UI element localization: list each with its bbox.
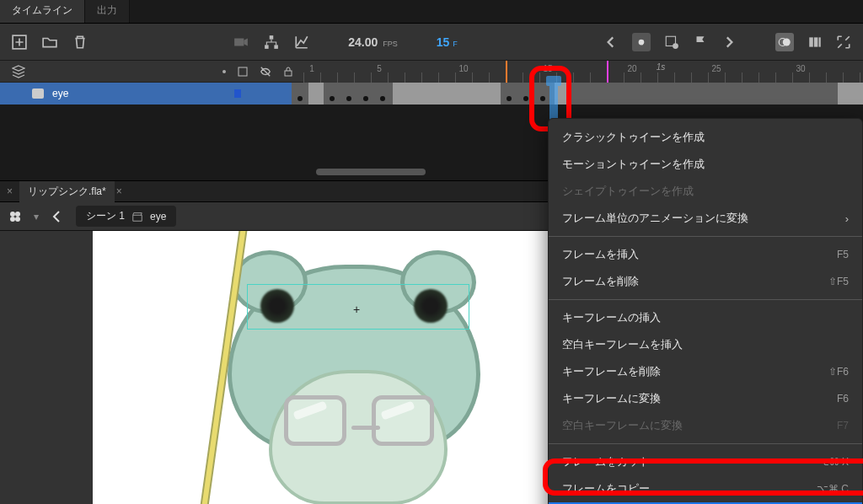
svg-rect-1 [234,38,244,46]
flag-icon[interactable] [693,35,708,50]
svg-rect-2 [270,35,274,40]
tab-timeline[interactable]: タイムライン [0,0,85,23]
chevron-right-icon: › [845,212,849,225]
svg-rect-14 [285,71,292,76]
scene-label: シーン 1 [86,209,125,223]
ruler-tick: 5 [377,64,382,73]
svg-rect-11 [814,37,818,46]
add-layer-icon[interactable] [12,35,27,50]
drawing-frog: + [228,265,480,450]
menu-convert-frame-anim[interactable]: フレーム単位のアニメーションに変換› [549,205,862,232]
onion-skin-icon[interactable] [775,33,794,51]
hierarchy-icon[interactable] [264,35,279,50]
menu-insert-blank-keyframe[interactable]: 空白キーフレームを挿入 [549,331,862,358]
clapper-icon [131,211,143,223]
keyframe-dot[interactable] [297,96,303,101]
fps-display[interactable]: 24.00 FPS [348,35,398,49]
registration-crosshair: + [353,303,360,316]
ruler-tick: 20 [627,64,636,73]
context-menu: クラシックトゥイーンを作成 モーショントゥイーンを作成 シェイプトゥイーンを作成… [548,118,863,504]
keyframe-dot[interactable] [363,96,368,101]
keyframe-dot[interactable] [380,96,385,101]
menu-separator [549,443,862,444]
document-filename: リップシンク.fla* [28,185,106,199]
trash-icon[interactable] [72,35,88,50]
symbol-label: eye [150,211,166,223]
layer-type-icon [32,88,44,99]
svg-point-9 [783,38,791,46]
timeline-ruler[interactable]: 1 5 10 15 20 25 30 [303,61,863,83]
next-icon[interactable] [721,35,737,50]
frame-label: F [453,40,458,48]
menu-remove-keyframe[interactable]: キーフレームを削除⇧F6 [549,358,862,385]
folder-icon[interactable] [42,35,57,50]
camera-icon[interactable] [233,35,249,50]
fps-value: 24.00 [348,35,378,49]
lock-col-icon[interactable] [283,67,293,77]
svg-point-18 [15,217,20,222]
marker-magenta [607,61,608,83]
layers-stack-icon[interactable] [12,65,25,78]
menu-separator [549,236,862,237]
menu-cut-frames[interactable]: フレームをカット⌥⌘ X [549,448,862,475]
marker-orange [506,61,507,83]
menu-create-motion-tween[interactable]: モーショントゥイーンを作成 [549,151,862,178]
visibility-col-icon[interactable] [260,66,271,78]
svg-rect-4 [275,45,279,49]
menu-create-classic-tween[interactable]: クラシックトゥイーンを作成 [549,124,862,151]
current-frame-display[interactable]: 15 F [437,35,458,49]
ruler-tick: 30 [796,64,805,73]
panel-tab-bar: タイムライン 出力 [0,0,863,24]
ruler-tick: 1 [309,64,314,73]
keyframe-insert-icon[interactable] [632,33,651,51]
svg-point-5 [639,39,645,45]
svg-rect-12 [819,37,821,46]
ruler-tick: 10 [458,64,468,73]
menu-convert-blank-keyframe: 空白キーフレームに変換F7 [549,412,862,439]
menu-insert-frame[interactable]: フレームを挿入F5 [549,241,862,268]
frames-strip[interactable] [292,83,863,105]
frame-value: 15 [437,35,450,49]
ruler-tick: 15 [543,64,552,73]
keyframe-dot[interactable] [540,96,545,101]
keyframe-dot[interactable] [523,96,528,101]
layer-color-swatch [234,89,241,98]
menu-insert-keyframe[interactable]: キーフレームの挿入 [549,304,862,331]
multi-frame-icon[interactable] [807,35,823,50]
prev-icon[interactable] [603,35,619,50]
keyframe-dot[interactable] [346,96,351,101]
expand-icon[interactable] [836,35,851,50]
close-panel-icon[interactable]: × [0,182,19,201]
clover-icon[interactable] [8,210,22,223]
layer-row[interactable]: eye [0,83,863,105]
layer-name: eye [52,88,68,99]
ruler-tick: 25 [711,64,721,73]
graph-icon[interactable] [294,35,309,50]
drawing-eye-right [417,292,444,319]
close-document-icon[interactable]: × [110,182,129,201]
svg-point-15 [10,212,15,217]
breadcrumb-scene[interactable]: シーン 1 eye [76,206,176,227]
outline-col-icon[interactable] [238,67,248,77]
tab-output[interactable]: 出力 [85,0,130,23]
menu-remove-frame[interactable]: フレームを削除⇧F5 [549,268,862,295]
svg-point-17 [10,217,15,222]
document-tab[interactable]: リップシンク.fla* [19,181,115,202]
svg-rect-10 [809,37,813,46]
menu-separator [549,299,862,300]
menu-create-shape-tween: シェイプトゥイーンを作成 [549,178,862,205]
timeline-toolbar: 24.00 FPS 15 F [0,24,863,61]
pasteboard-left [0,231,93,504]
menu-convert-keyframe[interactable]: キーフレームに変換F6 [549,385,862,412]
drawing-eye-left [264,292,291,319]
horizontal-scroll-thumb[interactable] [316,169,426,175]
svg-point-16 [15,212,20,217]
svg-rect-13 [239,67,247,76]
back-arrow-icon[interactable] [51,210,64,223]
keyframe-dot[interactable] [330,96,335,101]
fps-label: FPS [383,40,398,48]
keyframe-tool-icon[interactable] [664,35,679,50]
menu-copy-frames[interactable]: フレームをコピー⌥⌘ C [549,475,862,502]
keyframe-dot[interactable] [507,96,512,101]
highlight-col-icon[interactable] [222,70,226,73]
